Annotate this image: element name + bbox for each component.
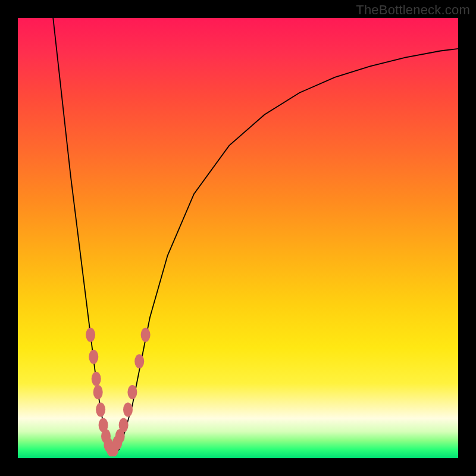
curve-marker bbox=[127, 385, 137, 399]
curve-marker bbox=[119, 418, 129, 433]
curve-marker bbox=[92, 372, 101, 386]
curve-marker bbox=[89, 350, 98, 364]
chart-frame: TheBottleneck.com bbox=[0, 0, 476, 476]
bottleneck-curve bbox=[53, 18, 458, 454]
curve-marker bbox=[134, 354, 144, 368]
marker-group bbox=[86, 328, 151, 456]
watermark-text: TheBottleneck.com bbox=[356, 2, 470, 18]
curve-marker bbox=[86, 328, 95, 342]
curve-marker bbox=[93, 385, 103, 399]
curve-layer bbox=[18, 18, 458, 458]
curve-marker bbox=[141, 328, 151, 342]
plot-area bbox=[18, 18, 458, 458]
curve-marker bbox=[123, 403, 133, 417]
curve-marker bbox=[96, 403, 105, 417]
